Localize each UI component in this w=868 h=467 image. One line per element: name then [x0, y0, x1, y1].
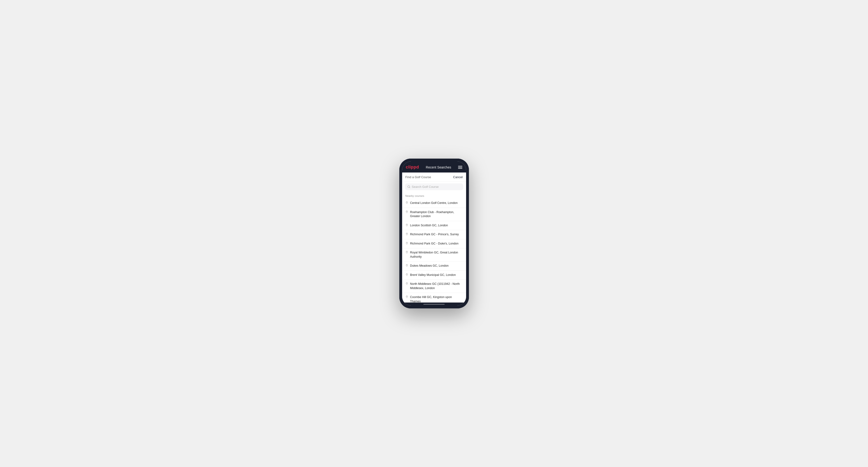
course-name: North Middlesex GC (1011942 - North Midd… [410, 282, 463, 290]
top-nav: clippd Recent Searches [402, 161, 466, 173]
course-name: Central London Golf Centre, London [410, 201, 458, 205]
location-icon [405, 273, 408, 277]
course-list-item[interactable]: Dukes Meadows GC, London [402, 261, 466, 271]
course-list-item[interactable]: Coombe Hill GC, Kingston upon Thames [402, 293, 466, 303]
nearby-label: Nearby courses [402, 192, 466, 199]
phone-frame: clippd Recent Searches Find a Golf Cours… [399, 159, 469, 308]
course-name: Royal Wimbledon GC, Great London Authori… [410, 251, 463, 259]
home-indicator [402, 303, 466, 306]
course-name: Richmond Park GC - Prince's, Surrey [410, 232, 459, 237]
course-name: Brent Valley Municipal GC, London [410, 273, 456, 277]
course-name: Roehampton Club - Roehampton, Greater Lo… [410, 210, 463, 219]
find-header: Find a Golf Course Cancel [402, 173, 466, 182]
course-name: Dukes Meadows GC, London [410, 264, 448, 268]
svg-point-3 [406, 211, 407, 212]
location-icon [405, 242, 408, 245]
svg-point-7 [406, 252, 407, 252]
location-icon [405, 282, 408, 285]
location-icon [405, 233, 408, 236]
svg-point-9 [406, 274, 407, 275]
search-bar [405, 183, 463, 190]
course-list-item[interactable]: North Middlesex GC (1011942 - North Midd… [402, 280, 466, 293]
location-icon [405, 224, 408, 227]
course-list-item[interactable]: Central London Golf Centre, London [402, 199, 466, 208]
svg-line-1 [409, 187, 410, 188]
course-list-item[interactable]: London Scottish GC, London [402, 221, 466, 230]
svg-point-2 [406, 202, 407, 203]
svg-point-8 [406, 265, 407, 266]
search-bar-container [402, 182, 466, 192]
course-list: Central London Golf Centre, London Roeha… [402, 199, 466, 303]
phone-screen: clippd Recent Searches Find a Golf Cours… [402, 161, 466, 306]
svg-point-5 [406, 234, 407, 234]
course-list-item[interactable]: Royal Wimbledon GC, Great London Authori… [402, 248, 466, 261]
find-label: Find a Golf Course [405, 175, 431, 179]
app-logo: clippd [406, 165, 419, 170]
location-icon [405, 211, 408, 214]
hamburger-menu-icon[interactable] [458, 166, 462, 169]
location-icon [405, 295, 408, 299]
course-name: Richmond Park GC - Duke's, London [410, 242, 459, 246]
svg-point-6 [406, 243, 407, 243]
location-icon [405, 201, 408, 205]
location-icon [405, 251, 408, 254]
cancel-button[interactable]: Cancel [453, 175, 463, 179]
search-input[interactable] [412, 185, 461, 189]
course-list-item[interactable]: Roehampton Club - Roehampton, Greater Lo… [402, 208, 466, 221]
nearby-section: Nearby courses Central London Golf Centr… [402, 192, 466, 303]
course-list-item[interactable]: Brent Valley Municipal GC, London [402, 271, 466, 280]
svg-point-11 [406, 296, 407, 297]
course-name: Coombe Hill GC, Kingston upon Thames [410, 295, 463, 303]
svg-point-10 [406, 283, 407, 284]
home-indicator-bar [423, 304, 445, 305]
content-area: Find a Golf Course Cancel Nearby courses [402, 173, 466, 303]
location-icon [405, 264, 408, 268]
search-icon [407, 185, 410, 188]
nav-title: Recent Searches [426, 165, 451, 169]
svg-point-4 [406, 224, 407, 225]
course-list-item[interactable]: Richmond Park GC - Prince's, Surrey [402, 230, 466, 239]
course-name: London Scottish GC, London [410, 223, 448, 228]
course-list-item[interactable]: Richmond Park GC - Duke's, London [402, 239, 466, 248]
